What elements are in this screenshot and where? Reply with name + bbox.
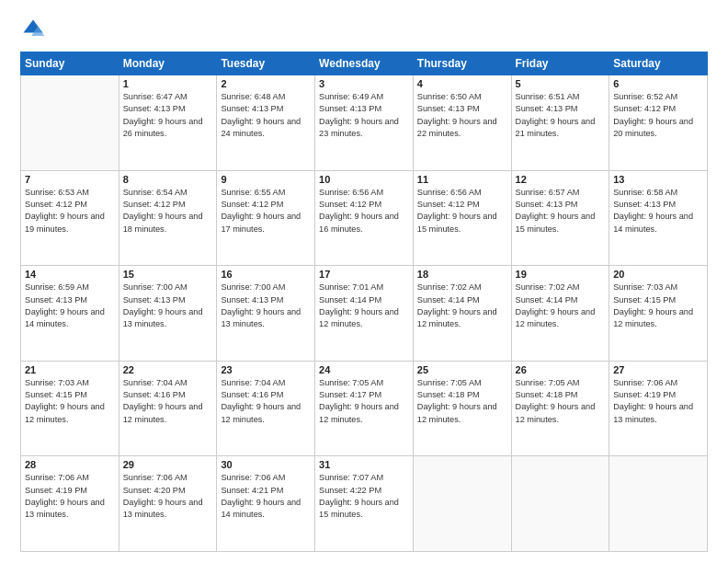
calendar-day-3: 3Sunrise: 6:49 AMSunset: 4:13 PMDaylight… (315, 75, 414, 171)
daylight-text: Daylight: 9 hours and 18 minutes. (123, 211, 213, 236)
sunset-text: Sunset: 4:13 PM (417, 103, 507, 115)
sunrise-text: Sunrise: 6:51 AM (516, 91, 606, 103)
calendar-day-24: 24Sunrise: 7:05 AMSunset: 4:17 PMDayligh… (315, 361, 414, 456)
day-number: 4 (417, 78, 507, 89)
sunset-text: Sunset: 4:12 PM (123, 199, 213, 211)
calendar-day-4: 4Sunrise: 6:50 AMSunset: 4:13 PMDaylight… (413, 75, 511, 171)
day-number: 8 (123, 174, 213, 185)
calendar-week-4: 21Sunrise: 7:03 AMSunset: 4:15 PMDayligh… (21, 361, 708, 456)
day-number: 25 (417, 364, 507, 375)
day-number: 12 (516, 174, 606, 185)
sunrise-text: Sunrise: 6:54 AM (123, 187, 213, 199)
calendar-day-6: 6Sunrise: 6:52 AMSunset: 4:12 PMDaylight… (609, 75, 708, 171)
calendar-day-9: 9Sunrise: 6:55 AMSunset: 4:12 PMDaylight… (217, 170, 315, 266)
day-number: 3 (319, 78, 409, 89)
day-info: Sunrise: 6:56 AMSunset: 4:12 PMDaylight:… (319, 187, 409, 236)
sunrise-text: Sunrise: 6:56 AM (319, 187, 409, 199)
daylight-text: Daylight: 9 hours and 12 minutes. (25, 401, 115, 426)
sunset-text: Sunset: 4:19 PM (25, 485, 115, 497)
day-number: 10 (319, 174, 409, 185)
sunrise-text: Sunrise: 6:56 AM (417, 187, 507, 199)
sunrise-text: Sunrise: 7:02 AM (516, 282, 606, 293)
daylight-text: Daylight: 9 hours and 13 minutes. (221, 306, 311, 331)
calendar-day-1: 1Sunrise: 6:47 AMSunset: 4:13 PMDaylight… (119, 75, 217, 171)
daylight-text: Daylight: 9 hours and 12 minutes. (516, 401, 606, 426)
day-info: Sunrise: 7:03 AMSunset: 4:15 PMDaylight:… (25, 377, 115, 426)
daylight-text: Daylight: 9 hours and 24 minutes. (221, 116, 311, 141)
calendar-day-30: 30Sunrise: 7:06 AMSunset: 4:21 PMDayligh… (217, 456, 315, 552)
sunrise-text: Sunrise: 6:59 AM (25, 282, 115, 293)
calendar-day-29: 29Sunrise: 7:06 AMSunset: 4:20 PMDayligh… (119, 456, 217, 552)
day-info: Sunrise: 7:01 AMSunset: 4:14 PMDaylight:… (319, 282, 409, 330)
header (20, 17, 708, 42)
sunset-text: Sunset: 4:12 PM (417, 199, 507, 211)
sunset-text: Sunset: 4:14 PM (417, 294, 507, 306)
day-info: Sunrise: 7:05 AMSunset: 4:18 PMDaylight:… (417, 377, 507, 426)
daylight-text: Daylight: 9 hours and 13 minutes. (25, 497, 115, 522)
day-info: Sunrise: 6:55 AMSunset: 4:12 PMDaylight:… (221, 187, 311, 236)
sunset-text: Sunset: 4:13 PM (221, 294, 311, 306)
sunrise-text: Sunrise: 7:04 AM (221, 377, 311, 389)
sunrise-text: Sunrise: 7:02 AM (417, 282, 507, 293)
calendar-day-21: 21Sunrise: 7:03 AMSunset: 4:15 PMDayligh… (21, 361, 119, 456)
day-number: 24 (319, 364, 409, 375)
daylight-text: Daylight: 9 hours and 15 minutes. (516, 211, 606, 236)
empty-cell (21, 75, 119, 171)
empty-cell (511, 456, 609, 552)
weekday-header-tuesday: Tuesday (217, 52, 315, 75)
day-number: 20 (613, 269, 703, 280)
sunrise-text: Sunrise: 6:55 AM (221, 187, 311, 199)
day-number: 17 (319, 269, 409, 280)
sunset-text: Sunset: 4:13 PM (123, 294, 213, 306)
daylight-text: Daylight: 9 hours and 21 minutes. (516, 116, 606, 141)
calendar-week-2: 7Sunrise: 6:53 AMSunset: 4:12 PMDaylight… (21, 170, 708, 266)
daylight-text: Daylight: 9 hours and 12 minutes. (123, 401, 213, 426)
calendar-day-11: 11Sunrise: 6:56 AMSunset: 4:12 PMDayligh… (413, 170, 511, 266)
day-info: Sunrise: 7:04 AMSunset: 4:16 PMDaylight:… (123, 377, 213, 426)
sunset-text: Sunset: 4:15 PM (25, 389, 115, 401)
sunset-text: Sunset: 4:12 PM (25, 199, 115, 211)
sunrise-text: Sunrise: 7:05 AM (417, 377, 507, 389)
daylight-text: Daylight: 9 hours and 26 minutes. (123, 116, 213, 141)
day-info: Sunrise: 7:03 AMSunset: 4:15 PMDaylight:… (613, 282, 703, 330)
calendar-day-28: 28Sunrise: 7:06 AMSunset: 4:19 PMDayligh… (21, 456, 119, 552)
daylight-text: Daylight: 9 hours and 15 minutes. (319, 497, 409, 522)
day-number: 1 (123, 78, 213, 89)
daylight-text: Daylight: 9 hours and 20 minutes. (613, 116, 703, 141)
calendar-day-17: 17Sunrise: 7:01 AMSunset: 4:14 PMDayligh… (315, 266, 414, 362)
sunrise-text: Sunrise: 6:49 AM (319, 91, 409, 103)
day-number: 11 (417, 174, 507, 185)
sunrise-text: Sunrise: 7:06 AM (613, 377, 703, 389)
day-info: Sunrise: 7:04 AMSunset: 4:16 PMDaylight:… (221, 377, 311, 426)
calendar-table: SundayMondayTuesdayWednesdayThursdayFrid… (20, 52, 708, 552)
calendar-day-5: 5Sunrise: 6:51 AMSunset: 4:13 PMDaylight… (511, 75, 609, 171)
day-info: Sunrise: 6:47 AMSunset: 4:13 PMDaylight:… (123, 91, 213, 140)
day-number: 30 (221, 459, 311, 470)
weekday-header-friday: Friday (511, 52, 609, 75)
sunrise-text: Sunrise: 6:47 AM (123, 91, 213, 103)
sunrise-text: Sunrise: 7:00 AM (221, 282, 311, 293)
calendar-week-1: 1Sunrise: 6:47 AMSunset: 4:13 PMDaylight… (21, 75, 708, 171)
day-number: 6 (613, 78, 703, 89)
sunset-text: Sunset: 4:18 PM (417, 389, 507, 401)
sunset-text: Sunset: 4:12 PM (221, 199, 311, 211)
sunset-text: Sunset: 4:13 PM (123, 103, 213, 115)
calendar-day-7: 7Sunrise: 6:53 AMSunset: 4:12 PMDaylight… (21, 170, 119, 266)
weekday-header-monday: Monday (119, 52, 217, 75)
sunrise-text: Sunrise: 7:05 AM (319, 377, 409, 389)
sunset-text: Sunset: 4:16 PM (221, 389, 311, 401)
calendar-week-3: 14Sunrise: 6:59 AMSunset: 4:13 PMDayligh… (21, 266, 708, 362)
sunrise-text: Sunrise: 6:58 AM (613, 187, 703, 199)
daylight-text: Daylight: 9 hours and 13 minutes. (123, 306, 213, 331)
sunrise-text: Sunrise: 6:50 AM (417, 91, 507, 103)
calendar-day-27: 27Sunrise: 7:06 AMSunset: 4:19 PMDayligh… (609, 361, 708, 456)
sunrise-text: Sunrise: 6:57 AM (516, 187, 606, 199)
calendar-day-13: 13Sunrise: 6:58 AMSunset: 4:13 PMDayligh… (609, 170, 708, 266)
day-info: Sunrise: 7:06 AMSunset: 4:19 PMDaylight:… (613, 377, 703, 426)
day-info: Sunrise: 6:52 AMSunset: 4:12 PMDaylight:… (613, 91, 703, 140)
daylight-text: Daylight: 9 hours and 16 minutes. (319, 211, 409, 236)
calendar-day-18: 18Sunrise: 7:02 AMSunset: 4:14 PMDayligh… (413, 266, 511, 362)
sunrise-text: Sunrise: 6:53 AM (25, 187, 115, 199)
sunrise-text: Sunrise: 7:00 AM (123, 282, 213, 293)
day-number: 27 (613, 364, 703, 375)
